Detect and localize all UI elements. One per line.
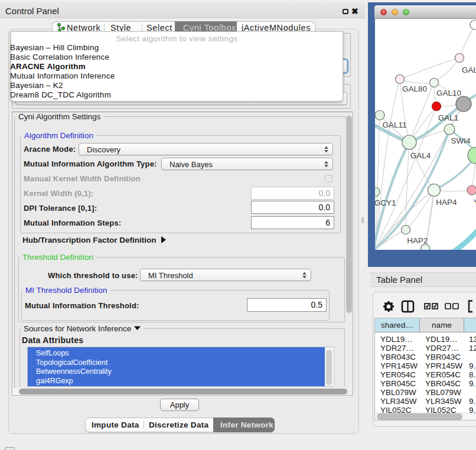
svg-text:GAL1: GAL1	[438, 113, 459, 122]
svg-text:GAL11: GAL11	[382, 120, 406, 129]
svg-text:GAL7: GAL7	[462, 66, 476, 74]
svg-text:HAP2: HAP2	[407, 236, 428, 245]
svg-text:GAL10: GAL10	[436, 89, 461, 97]
svg-text:SWI4: SWI4	[451, 136, 470, 145]
svg-text:HAP4: HAP4	[436, 198, 457, 207]
svg-text:GAL4: GAL4	[410, 151, 431, 160]
svg-text:GAL80: GAL80	[402, 84, 427, 93]
svg-text:Y: Y	[474, 198, 476, 207]
svg-text:GCY1: GCY1	[375, 198, 396, 207]
